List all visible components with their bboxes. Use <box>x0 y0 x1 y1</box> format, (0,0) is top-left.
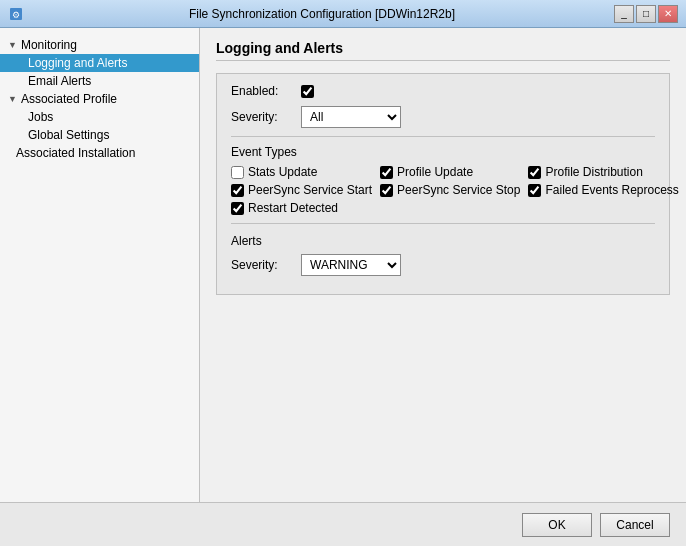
peersync-start-item: PeerSync Service Start <box>231 183 372 197</box>
alerts-section: Alerts Severity: DEBUG INFO WARNING ERRO… <box>231 234 655 276</box>
severity-select[interactable]: All DEBUG INFO WARNING ERROR CRITICAL <box>301 106 401 128</box>
sidebar-item-associated-installation[interactable]: Associated Installation <box>0 144 199 162</box>
stats-update-checkbox[interactable] <box>231 166 244 179</box>
enabled-row: Enabled: <box>231 84 655 98</box>
peersync-stop-checkbox[interactable] <box>380 184 393 197</box>
profile-distribution-label: Profile Distribution <box>545 165 642 179</box>
sidebar-item-email-alerts[interactable]: Email Alerts <box>0 72 199 90</box>
associated-profile-label: Associated Profile <box>21 92 117 106</box>
content-area: Logging and Alerts Enabled: Severity: Al… <box>200 28 686 502</box>
associated-profile-arrow: ▼ <box>8 94 17 104</box>
failed-events-label: Failed Events Reprocess <box>545 183 678 197</box>
sidebar-item-logging-alerts[interactable]: Logging and Alerts <box>0 54 199 72</box>
app-icon: ⚙ <box>8 6 24 22</box>
section-title: Logging and Alerts <box>216 40 670 61</box>
svg-text:⚙: ⚙ <box>12 10 20 20</box>
event-types-grid: Stats Update Profile Update Profile Dist… <box>231 165 655 215</box>
profile-distribution-checkbox[interactable] <box>528 166 541 179</box>
peersync-start-checkbox[interactable] <box>231 184 244 197</box>
sidebar-item-associated-profile[interactable]: ▼ Associated Profile <box>0 90 199 108</box>
profile-update-label: Profile Update <box>397 165 473 179</box>
sidebar-item-jobs[interactable]: Jobs <box>0 108 199 126</box>
profile-update-item: Profile Update <box>380 165 520 179</box>
enabled-label: Enabled: <box>231 84 301 98</box>
form-panel: Enabled: Severity: All DEBUG INFO WARNIN… <box>216 73 670 295</box>
main-container: ▼ Monitoring Logging and Alerts Email Al… <box>0 28 686 502</box>
failed-events-item: Failed Events Reprocess <box>528 183 678 197</box>
minimize-button[interactable]: _ <box>614 5 634 23</box>
stats-update-item: Stats Update <box>231 165 372 179</box>
peersync-start-label: PeerSync Service Start <box>248 183 372 197</box>
window-controls: _ □ ✕ <box>614 5 678 23</box>
monitoring-label: Monitoring <box>21 38 77 52</box>
alerts-severity-select[interactable]: DEBUG INFO WARNING ERROR CRITICAL <box>301 254 401 276</box>
alerts-severity-row: Severity: DEBUG INFO WARNING ERROR CRITI… <box>231 254 655 276</box>
alerts-label: Alerts <box>231 234 655 248</box>
alerts-severity-label: Severity: <box>231 258 301 272</box>
divider-2 <box>231 223 655 224</box>
title-bar: ⚙ File Synchronization Configuration [DD… <box>0 0 686 28</box>
stats-update-label: Stats Update <box>248 165 317 179</box>
enabled-checkbox[interactable] <box>301 85 314 98</box>
monitoring-arrow: ▼ <box>8 40 17 50</box>
profile-update-checkbox[interactable] <box>380 166 393 179</box>
restart-detected-checkbox[interactable] <box>231 202 244 215</box>
sidebar-item-monitoring[interactable]: ▼ Monitoring <box>0 36 199 54</box>
peersync-stop-item: PeerSync Service Stop <box>380 183 520 197</box>
restart-detected-label: Restart Detected <box>248 201 338 215</box>
profile-distribution-item: Profile Distribution <box>528 165 678 179</box>
close-button[interactable]: ✕ <box>658 5 678 23</box>
sidebar-item-global-settings[interactable]: Global Settings <box>0 126 199 144</box>
restart-detected-item: Restart Detected <box>231 201 372 215</box>
ok-button[interactable]: OK <box>522 513 592 537</box>
bottom-bar: OK Cancel <box>0 502 686 546</box>
peersync-stop-label: PeerSync Service Stop <box>397 183 520 197</box>
severity-label: Severity: <box>231 110 301 124</box>
window-title: File Synchronization Configuration [DDWi… <box>30 7 614 21</box>
sidebar: ▼ Monitoring Logging and Alerts Email Al… <box>0 28 200 502</box>
severity-row: Severity: All DEBUG INFO WARNING ERROR C… <box>231 106 655 128</box>
maximize-button[interactable]: □ <box>636 5 656 23</box>
divider-1 <box>231 136 655 137</box>
cancel-button[interactable]: Cancel <box>600 513 670 537</box>
failed-events-checkbox[interactable] <box>528 184 541 197</box>
event-types-label: Event Types <box>231 145 655 159</box>
